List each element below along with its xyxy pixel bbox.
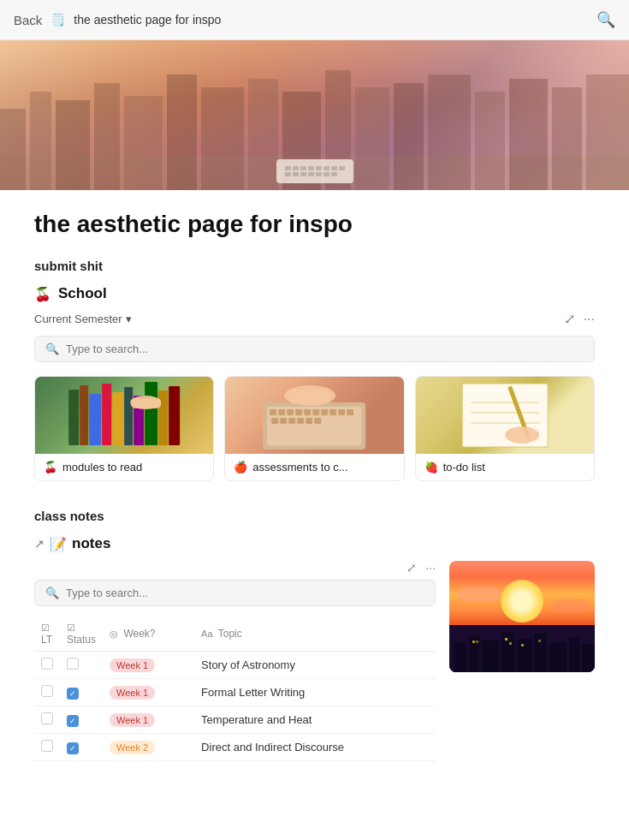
card-modules[interactable]: 🍒 modules to read xyxy=(34,376,214,481)
card-modules-label: 🍒 modules to read xyxy=(35,454,213,480)
svg-point-55 xyxy=(505,426,539,444)
svg-rect-13 xyxy=(475,92,505,190)
svg-rect-36 xyxy=(312,409,319,415)
svg-rect-7 xyxy=(248,79,278,190)
checkbox-lt-1[interactable] xyxy=(41,685,53,697)
city-silhouette xyxy=(449,625,595,672)
table-header-row: ☑ LT ☑ Status ◎ Week? xyxy=(34,617,436,652)
checkbox-status-2[interactable]: ✓ xyxy=(67,715,79,727)
svg-rect-48 xyxy=(288,390,331,402)
svg-rect-68 xyxy=(505,638,507,640)
notes-arrow-icon: ↗ xyxy=(34,537,45,551)
class-notes-label: class notes xyxy=(34,509,595,523)
svg-rect-66 xyxy=(472,640,475,643)
svg-rect-28 xyxy=(131,398,161,408)
card-modules-emoji: 🍒 xyxy=(44,461,57,474)
search-icon[interactable]: 🔍 xyxy=(596,10,615,29)
sunset-image xyxy=(449,561,595,672)
svg-rect-24 xyxy=(145,382,157,445)
notes-more-icon[interactable]: ··· xyxy=(425,561,436,575)
td-status-2: ✓ xyxy=(60,706,103,734)
card-modules-text: modules to read xyxy=(62,461,142,474)
th-lt-label: LT xyxy=(41,634,52,646)
table-row: ✓Week 1Temperature and Heat xyxy=(34,706,436,734)
checkbox-lt-3[interactable] xyxy=(41,740,53,752)
svg-rect-45 xyxy=(306,418,312,424)
svg-rect-67 xyxy=(476,640,478,643)
checkbox-status-0[interactable] xyxy=(67,658,79,670)
svg-rect-15 xyxy=(552,87,582,190)
card-assessments[interactable]: 🍎 assessments to c... xyxy=(224,376,404,481)
svg-rect-17 xyxy=(68,390,79,445)
notes-expand-icon[interactable]: ⤢ xyxy=(406,561,417,575)
th-lt-icon: ☑ xyxy=(41,623,50,633)
svg-rect-16 xyxy=(586,74,629,190)
hero-banner xyxy=(0,40,629,190)
keyboard-decoration xyxy=(276,159,353,183)
card-assessments-emoji: 🍎 xyxy=(234,461,247,474)
more-options-icon[interactable]: ··· xyxy=(584,311,595,327)
svg-rect-61 xyxy=(517,639,532,672)
svg-rect-42 xyxy=(280,418,287,424)
card-assessments-image xyxy=(225,377,403,454)
svg-rect-57 xyxy=(454,642,466,672)
week-badge-0: Week 1 xyxy=(110,658,155,672)
td-week-0: Week 1 xyxy=(103,652,194,679)
checkbox-status-1[interactable]: ✓ xyxy=(67,688,79,700)
checkbox-lt-2[interactable] xyxy=(41,712,53,724)
school-search-input[interactable] xyxy=(66,343,584,355)
cloud-decoration-1 xyxy=(458,587,501,602)
content-area: the aesthetic page for inspo submit shit… xyxy=(0,190,629,782)
svg-rect-19 xyxy=(89,394,101,445)
td-status-1: ✓ xyxy=(60,679,103,706)
notes-search-box: 🔍 xyxy=(34,580,436,606)
td-lt-2 xyxy=(34,706,60,734)
card-assessments-label: 🍎 assessments to c... xyxy=(225,454,403,480)
notes-layout: ⤢ ··· 🔍 ☑ LT xyxy=(34,561,595,761)
card-todo-emoji: 🍓 xyxy=(424,461,438,474)
svg-rect-43 xyxy=(288,418,295,424)
td-topic-1: Formal Letter Writing xyxy=(194,679,436,706)
svg-rect-64 xyxy=(569,637,579,672)
svg-rect-2 xyxy=(56,100,90,190)
week-badge-3: Week 2 xyxy=(110,741,155,754)
table-row: Week 1Story of Astronomy xyxy=(34,652,436,679)
th-week-label: Week? xyxy=(123,628,155,640)
checkbox-status-3[interactable]: ✓ xyxy=(67,742,79,754)
card-modules-image xyxy=(35,377,213,454)
filter-icons: ⤢ ··· xyxy=(564,311,595,327)
td-week-1: Week 1 xyxy=(103,679,194,706)
svg-rect-59 xyxy=(482,640,499,672)
svg-rect-3 xyxy=(94,83,120,190)
td-status-3: ✓ xyxy=(60,734,103,761)
back-button[interactable]: Back xyxy=(14,13,42,27)
filter-semester-button[interactable]: Current Semester ▾ xyxy=(34,313,132,325)
td-lt-3 xyxy=(34,734,60,761)
svg-rect-14 xyxy=(509,79,548,190)
checkbox-lt-0[interactable] xyxy=(41,658,53,670)
card-todo-label: 🍓 to-do list xyxy=(416,454,594,480)
td-status-0 xyxy=(60,652,103,679)
svg-rect-63 xyxy=(549,642,567,672)
svg-rect-22 xyxy=(124,387,133,445)
svg-rect-41 xyxy=(271,418,278,424)
page-icon-small: 🗒️ xyxy=(50,13,65,27)
school-title: School xyxy=(58,285,107,302)
card-todo[interactable]: 🍓 to-do list xyxy=(415,376,595,481)
svg-rect-39 xyxy=(338,409,345,415)
svg-rect-35 xyxy=(304,409,311,415)
table-row: ✓Week 1Formal Letter Writing xyxy=(34,679,436,706)
th-status: ☑ Status xyxy=(60,617,103,652)
notes-search-input[interactable] xyxy=(66,587,424,599)
notes-table: ☑ LT ☑ Status ◎ Week? xyxy=(34,617,436,761)
expand-icon[interactable]: ⤢ xyxy=(564,311,575,327)
th-week-icon: ◎ xyxy=(110,629,118,639)
svg-rect-12 xyxy=(428,74,471,190)
top-bar-left: Back 🗒️ the aesthetic page for inspo xyxy=(14,13,221,27)
svg-rect-18 xyxy=(80,385,88,445)
svg-rect-21 xyxy=(112,392,123,445)
svg-rect-65 xyxy=(582,644,595,672)
week-badge-2: Week 1 xyxy=(110,713,155,727)
top-bar: Back 🗒️ the aesthetic page for inspo 🔍 xyxy=(0,0,629,40)
svg-rect-25 xyxy=(158,390,168,445)
